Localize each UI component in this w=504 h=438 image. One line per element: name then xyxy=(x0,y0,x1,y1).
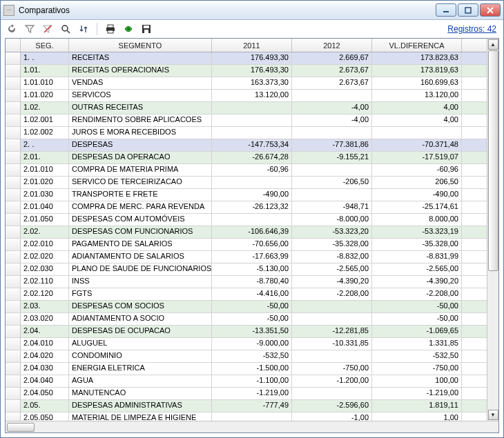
table-row[interactable]: 2.01.010COMPRA DE MATERIA PRIMA-60,96-60… xyxy=(6,164,498,177)
table-row[interactable]: 1. .RECEITAS176.493,302.669,67173.823,63 xyxy=(6,52,498,65)
cell-diff: -50,00 xyxy=(372,313,462,325)
cell-diff: -53.323,19 xyxy=(372,226,462,238)
cell-segmento: RENDIMENTO SOBRE APLICACOES xyxy=(69,115,212,126)
cell-segmento: DESPESAS xyxy=(69,139,212,151)
cell-y2011: -777,49 xyxy=(212,400,292,412)
minimize-button[interactable] xyxy=(436,3,456,17)
table-row[interactable]: 1.02.001RENDIMENTO SOBRE APLICACOES-4,00… xyxy=(6,115,498,127)
table-row[interactable]: 2.03.DESPESAS COM SOCIOS-50,00-50,00 xyxy=(6,301,498,313)
cell-segmento: ADIANTAMENTO A SOCIO xyxy=(69,313,212,325)
cell-seg: 2.02.110 xyxy=(21,276,69,288)
table-row[interactable]: 2. .DESPESAS-147.753,34-77.381,86-70.371… xyxy=(6,139,498,152)
col-header-2011[interactable]: 2011 xyxy=(212,39,292,52)
svg-point-10 xyxy=(127,28,130,30)
col-header-diff[interactable]: VL.DIFERENCA xyxy=(372,39,462,52)
cell-seg: 2.03. xyxy=(21,301,69,312)
maximize-button[interactable] xyxy=(458,3,478,17)
table-row[interactable]: 2.04.DESPESAS DE OCUPACAO-13.351,50-12.2… xyxy=(6,326,498,338)
row-gutter xyxy=(6,375,21,387)
col-header-segmento[interactable]: SEGMENTO xyxy=(69,39,212,52)
table-row[interactable]: 2.02.DESPESAS COM FUNCIONARIOS-106.646,3… xyxy=(6,226,498,239)
app-icon: ··· xyxy=(3,5,14,16)
print-button[interactable] xyxy=(104,22,117,36)
filter-button[interactable] xyxy=(23,22,37,36)
table-row[interactable]: 2.01.040COMPRA DE MERC. PARA REVENDA-26.… xyxy=(6,201,498,214)
cell-segmento: RECEITAS xyxy=(69,52,212,64)
clear-filter-button[interactable] xyxy=(41,22,55,36)
table-row[interactable]: 2.05.050MATERIAL DE LIMPEZA E HIGIENE-1,… xyxy=(6,412,498,421)
table-row[interactable]: 1.01.020SERVICOS13.120,0013.120,00 xyxy=(6,90,498,102)
table-row[interactable]: 2.04.020CONDOMINIO-532,50-532,50 xyxy=(6,350,498,363)
cell-y2011: -1.219,00 xyxy=(212,388,292,399)
cell-y2011: -1.100,00 xyxy=(212,375,292,387)
table-row[interactable]: 2.02.110INSS-8.780,40-4.390,20-4.390,20 xyxy=(6,276,498,288)
cell-y2012 xyxy=(292,301,372,312)
cell-segmento: MATERIAL DE LIMPEZA E HIGIENE xyxy=(69,412,212,421)
svg-line-6 xyxy=(67,30,70,33)
cell-y2011: -13.351,50 xyxy=(212,326,292,337)
table-row[interactable]: 2.04.050MANUTENCAO-1.219,00-1.219,00 xyxy=(6,388,498,400)
table-row[interactable]: 1.01.010VENDAS163.373,302.673,67160.699,… xyxy=(6,77,498,90)
scroll-track[interactable] xyxy=(488,50,498,409)
cell-segmento: JUROS E MORA RECEBIDOS xyxy=(69,127,212,139)
records-link[interactable]: Registros: 42 xyxy=(447,24,499,34)
table-row[interactable]: 2.04.010ALUGUEL-9.000,00-10.331,851.331,… xyxy=(6,338,498,350)
scroll-thumb[interactable] xyxy=(488,50,498,271)
cell-seg: 2.04. xyxy=(21,326,69,337)
sort-button[interactable] xyxy=(77,22,90,36)
cell-segmento: OUTRAS RECEITAS xyxy=(69,102,212,114)
hscroll-thumb[interactable] xyxy=(7,423,35,432)
row-gutter xyxy=(6,239,21,250)
cell-seg: 2.02.020 xyxy=(21,251,69,263)
table-row[interactable]: 2.03.020ADIANTAMENTO A SOCIO-50,00-50,00 xyxy=(6,313,498,326)
table-row[interactable]: 2.05.DESPESAS ADMINISTRATIVAS-777,49-2.5… xyxy=(6,400,498,412)
table-row[interactable]: 2.02.120FGTS-4.416,00-2.208,00-2.208,00 xyxy=(6,288,498,301)
col-header-2012[interactable]: 2012 xyxy=(292,39,372,52)
row-gutter xyxy=(6,90,21,101)
col-header-seg[interactable]: SEG. xyxy=(21,39,69,52)
cell-y2012: -53.323,20 xyxy=(292,226,372,238)
row-gutter xyxy=(6,338,21,350)
scroll-up-arrow[interactable]: ▲ xyxy=(488,39,498,50)
horizontal-scrollbar[interactable] xyxy=(6,421,498,432)
table-row[interactable]: 2.01.050DESPESAS COM AUTOMÓVEIS-8.000,00… xyxy=(6,214,498,226)
cell-y2012: -35.328,00 xyxy=(292,239,372,250)
table-row[interactable]: 2.04.040AGUA-1.100,00-1.200,00100,00 xyxy=(6,375,498,388)
scroll-down-arrow[interactable]: ▼ xyxy=(488,410,498,420)
table-row[interactable]: 2.02.030PLANO DE SAUDE DE FUNCIONARIOS-5… xyxy=(6,263,498,276)
cell-diff: -70.371,48 xyxy=(372,139,462,151)
table-row[interactable]: 2.01.030TRANSPORTE E FRETE-490,00-490,00 xyxy=(6,189,498,201)
table-row[interactable]: 2.01.020SERVICO DE TERCEIRIZACAO-206,502… xyxy=(6,177,498,189)
cell-seg: 2.01. xyxy=(21,152,69,163)
close-button[interactable] xyxy=(480,3,501,17)
table-row[interactable]: 2.01.DESPESAS DA OPERACAO-26.674,28-9.15… xyxy=(6,152,498,164)
cell-seg: 2.05. xyxy=(21,400,69,412)
cell-y2011: -60,96 xyxy=(212,164,292,176)
save-button[interactable] xyxy=(139,22,153,36)
table-row[interactable]: 1.02.002JUROS E MORA RECEBIDOS xyxy=(6,127,498,139)
titlebar[interactable]: ··· Comparativos xyxy=(1,1,503,20)
cell-y2011: -26.123,32 xyxy=(212,201,292,213)
table-row[interactable]: 1.01.RECEITAS OPERACIONAIS176.493,302.67… xyxy=(6,65,498,77)
cell-seg: 1.01.010 xyxy=(21,77,69,89)
cell-y2012: -1,00 xyxy=(292,412,372,421)
table-row[interactable]: 2.02.010PAGAMENTO DE SALARIOS-70.656,00-… xyxy=(6,239,498,251)
refresh-button[interactable] xyxy=(5,22,19,36)
cell-seg: 2.04.010 xyxy=(21,338,69,350)
cell-y2012: 2.673,67 xyxy=(292,77,372,89)
row-gutter xyxy=(6,363,21,375)
row-gutter xyxy=(6,326,21,337)
export-button[interactable] xyxy=(122,22,135,36)
table-row[interactable]: 1.02.OUTRAS RECEITAS-4,004,00 xyxy=(6,102,498,115)
search-button[interactable] xyxy=(59,22,72,36)
cell-segmento: FGTS xyxy=(69,288,212,300)
cell-y2011: -9.000,00 xyxy=(212,338,292,350)
cell-y2012 xyxy=(292,90,372,101)
table-row[interactable]: 2.04.030ENERGIA ELETRICA-1.500,00-750,00… xyxy=(6,363,498,375)
data-grid[interactable]: SEG. SEGMENTO 2011 2012 VL.DIFERENCA 1. … xyxy=(5,38,499,433)
table-row[interactable]: 2.02.020ADIANTAMENTO DE SALARIOS-17.663,… xyxy=(6,251,498,263)
grid-rows[interactable]: 1. .RECEITAS176.493,302.669,67173.823,63… xyxy=(6,52,498,421)
cell-segmento: ALUGUEL xyxy=(69,338,212,350)
cell-y2012: -1.200,00 xyxy=(292,375,372,387)
vertical-scrollbar[interactable]: ▲ ▼ xyxy=(487,39,498,421)
